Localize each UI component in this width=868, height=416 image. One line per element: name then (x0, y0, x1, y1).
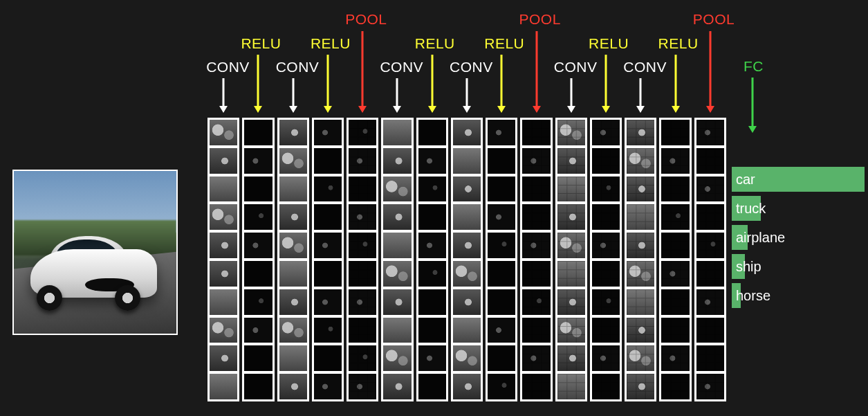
activation-cell (210, 345, 237, 371)
activation-cell (696, 148, 724, 174)
input-image (12, 170, 178, 335)
activation-cell (522, 318, 550, 343)
fc-output-bars: cartruckairplaneshiphorse (732, 167, 865, 312)
activation-cell (592, 177, 620, 202)
activation-cell (279, 177, 307, 202)
activation-cell (522, 204, 550, 230)
layer-label-conv-2: CONV (276, 59, 320, 75)
activation-strip-7 (451, 118, 483, 401)
activation-cell (488, 374, 515, 399)
activation-cell (696, 374, 724, 399)
fc-row-truck: truck (732, 196, 865, 221)
activation-cell (627, 233, 654, 258)
activation-cell (279, 374, 307, 399)
activation-cell (244, 261, 272, 287)
activation-cell (557, 204, 585, 230)
activation-cell (383, 374, 411, 399)
activation-strip-14 (694, 118, 726, 401)
activation-cell (661, 345, 689, 371)
activation-cell (210, 233, 237, 258)
activation-cell (522, 120, 550, 145)
activation-cell (210, 374, 237, 399)
activation-cell (488, 148, 515, 174)
activation-cell (418, 148, 446, 174)
activation-cell (453, 204, 481, 230)
activation-cell (314, 148, 342, 174)
activation-cell (627, 120, 654, 145)
activation-cell (661, 374, 689, 399)
activation-cell (349, 289, 376, 315)
activation-cell (522, 148, 550, 174)
activation-cell (453, 177, 481, 202)
activation-strip-10 (555, 118, 587, 401)
activation-cell (314, 345, 342, 371)
activation-cell (279, 318, 307, 343)
activation-cell (383, 345, 411, 371)
activation-cell (696, 261, 724, 287)
fc-label-car: car (736, 172, 755, 188)
activation-cell (314, 177, 342, 202)
activation-cell (696, 289, 724, 315)
layer-label-conv-7: CONV (450, 59, 493, 75)
activation-cell (314, 261, 342, 287)
activation-cell (627, 177, 654, 202)
activation-cell (557, 345, 585, 371)
activation-strip-5 (381, 118, 413, 401)
activation-cell (279, 204, 307, 230)
layer-label-pool-4: POOL (345, 11, 387, 28)
activation-strip-11 (590, 118, 622, 401)
activation-cell (627, 261, 654, 287)
activation-cell (661, 120, 689, 145)
activation-cell (696, 345, 724, 371)
activation-cell (314, 120, 342, 145)
fc-row-ship: ship (732, 254, 865, 279)
layer-label-conv-10: CONV (554, 59, 598, 75)
activation-cell (349, 233, 376, 258)
activation-strip-4 (347, 118, 378, 401)
activation-cell (210, 120, 237, 145)
activation-cell (557, 177, 585, 202)
activation-cell (244, 345, 272, 371)
activation-cell (661, 289, 689, 315)
activation-cell (349, 204, 376, 230)
activation-cell (696, 120, 724, 145)
layer-label-conv-12: CONV (623, 59, 667, 75)
activation-cell (279, 289, 307, 315)
activation-strip-12 (625, 118, 656, 401)
activation-cell (279, 148, 307, 174)
activation-cell (627, 289, 654, 315)
activation-cell (488, 120, 515, 145)
activation-cell (279, 345, 307, 371)
activation-cell (383, 318, 411, 343)
activation-cell (627, 148, 654, 174)
activation-cell (453, 289, 481, 315)
activation-cell (661, 318, 689, 343)
activation-cell (244, 289, 272, 315)
activation-cell (349, 177, 376, 202)
activation-cell (557, 120, 585, 145)
activation-cell (522, 345, 550, 371)
activation-cell (557, 148, 585, 174)
activation-cell (453, 233, 481, 258)
fc-label-airplane: airplane (736, 230, 785, 246)
activation-cell (314, 374, 342, 399)
activation-cell (244, 120, 272, 145)
fc-row-horse: horse (732, 283, 865, 308)
activation-cell (210, 177, 237, 202)
activation-cell (522, 177, 550, 202)
activation-cell (279, 120, 307, 145)
activation-cell (383, 120, 411, 145)
activation-cell (592, 374, 620, 399)
activation-cell (488, 289, 515, 315)
activation-cell (383, 261, 411, 287)
activation-strip-1 (242, 118, 274, 401)
activation-cell (661, 204, 689, 230)
activation-cell (418, 289, 446, 315)
activation-cell (418, 120, 446, 145)
activation-cell (418, 233, 446, 258)
layer-label-relu-13: RELU (658, 35, 699, 52)
activation-strips (207, 118, 726, 401)
activation-cell (488, 233, 515, 258)
activation-strip-3 (312, 118, 344, 401)
activation-cell (210, 261, 237, 287)
